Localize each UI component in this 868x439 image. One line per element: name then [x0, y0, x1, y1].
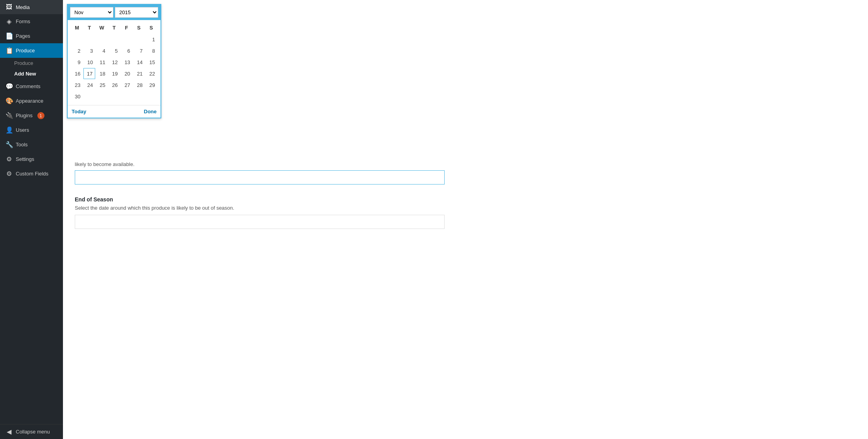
- day-of-week-label: T: [108, 23, 120, 32]
- sidebar-item-users[interactable]: 👤 Users: [0, 123, 63, 137]
- sidebar-item-produce[interactable]: 📋 Produce: [0, 43, 63, 58]
- sidebar-item-label: Plugins: [16, 113, 33, 118]
- calendar-day[interactable]: 7: [133, 45, 145, 56]
- calendar-day[interactable]: 20: [120, 68, 133, 79]
- calendar-day: [108, 34, 120, 45]
- calendar-day[interactable]: 29: [145, 79, 157, 90]
- custom-fields-icon: ⚙: [6, 170, 13, 177]
- comments-icon: 💬: [6, 83, 13, 90]
- calendar-day: [83, 91, 96, 102]
- calendar-day[interactable]: 28: [133, 79, 145, 90]
- calendar-day: [96, 34, 108, 45]
- sidebar-item-appearance[interactable]: 🎨 Appearance: [0, 94, 63, 108]
- start-date-input[interactable]: [75, 170, 445, 184]
- calendar-day[interactable]: 12: [108, 57, 120, 68]
- submenu-add-new[interactable]: Add New: [0, 68, 63, 79]
- sidebar-item-pages[interactable]: 📄 Pages: [0, 29, 63, 43]
- main-inner: JanFebMarAprMayJunJulAugSepOctNovDec 201…: [63, 0, 868, 439]
- calendar-day[interactable]: 16: [71, 68, 83, 79]
- today-button[interactable]: Today: [72, 109, 86, 114]
- calendar-day[interactable]: 18: [96, 68, 108, 79]
- day-of-week-label: S: [145, 23, 157, 32]
- calendar-day[interactable]: 24: [83, 79, 96, 90]
- submenu-produce[interactable]: Produce: [0, 58, 63, 68]
- end-season-label: End of Season: [75, 196, 856, 203]
- sidebar-item-label: Comments: [16, 83, 41, 89]
- calendar-day[interactable]: 23: [71, 79, 83, 90]
- calendar-day[interactable]: 21: [133, 68, 145, 79]
- collapse-menu[interactable]: ◀ Collapse menu: [0, 424, 63, 439]
- calendar-day: [83, 34, 96, 45]
- calendar-day[interactable]: 10: [83, 57, 96, 68]
- produce-submenu: Produce Add New: [0, 58, 63, 79]
- sidebar-item-comments[interactable]: 💬 Comments: [0, 79, 63, 94]
- hint-text: likely to become available.: [75, 161, 856, 167]
- sidebar-item-media[interactable]: 🖼 Media: [0, 0, 63, 14]
- calendar-day: [120, 34, 133, 45]
- calendar-day[interactable]: 4: [96, 45, 108, 56]
- settings-icon: ⚙: [6, 155, 13, 163]
- calendar-grid: MTWTFSS 12345678910111213141516171819202…: [68, 20, 161, 105]
- calendar-day[interactable]: 17: [83, 68, 96, 79]
- day-of-week-label: W: [96, 23, 108, 32]
- day-of-week-label: T: [83, 23, 95, 32]
- sidebar-item-forms[interactable]: ◈ Forms: [0, 14, 63, 29]
- calendar-day[interactable]: 30: [71, 91, 83, 102]
- sidebar-item-plugins[interactable]: 🔌 Plugins 1: [0, 108, 63, 123]
- calendar-header: JanFebMarAprMayJunJulAugSepOctNovDec 201…: [68, 5, 161, 20]
- calendar-day: [133, 91, 145, 102]
- sidebar-item-custom-fields[interactable]: ⚙ Custom Fields: [0, 166, 63, 181]
- start-season-section: likely to become available.: [75, 161, 856, 184]
- calendar-day[interactable]: 8: [145, 45, 157, 56]
- calendar-day: [108, 91, 120, 102]
- calendar-day[interactable]: 2: [71, 45, 83, 56]
- main-content: JanFebMarAprMayJunJulAugSepOctNovDec 201…: [63, 0, 868, 439]
- day-of-week-label: F: [120, 23, 133, 32]
- media-icon: 🖼: [6, 4, 13, 11]
- sidebar-item-label: Custom Fields: [16, 171, 48, 177]
- end-season-section: End of Season Select the date around whi…: [75, 196, 856, 229]
- calendar-day[interactable]: 14: [133, 57, 145, 68]
- sidebar-item-tools[interactable]: 🔧 Tools: [0, 137, 63, 152]
- calendar-popup: JanFebMarAprMayJunJulAugSepOctNovDec 201…: [67, 4, 161, 118]
- calendar-day[interactable]: 3: [83, 45, 96, 56]
- calendar-day[interactable]: 15: [145, 57, 157, 68]
- calendar-day[interactable]: 22: [145, 68, 157, 79]
- calendar-day[interactable]: 1: [145, 34, 157, 45]
- calendar-day[interactable]: 27: [120, 79, 133, 90]
- end-date-input[interactable]: [75, 215, 445, 229]
- calendar-day: [96, 91, 108, 102]
- sidebar-item-label: Forms: [16, 18, 30, 24]
- done-button[interactable]: Done: [144, 109, 157, 114]
- calendar-day[interactable]: 25: [96, 79, 108, 90]
- collapse-icon: ◀: [6, 428, 13, 435]
- calendar-footer: Today Done: [68, 105, 161, 118]
- day-of-week-label: S: [133, 23, 145, 32]
- sidebar-item-label: Produce: [16, 48, 35, 53]
- days-of-week: MTWTFSS: [71, 23, 157, 32]
- appearance-icon: 🎨: [6, 97, 13, 105]
- plugins-icon: 🔌: [6, 112, 13, 119]
- day-of-week-label: M: [71, 23, 83, 32]
- calendar-day[interactable]: 5: [108, 45, 120, 56]
- calendar-day[interactable]: 19: [108, 68, 120, 79]
- calendar-day: [145, 91, 157, 102]
- users-icon: 👤: [6, 126, 13, 134]
- calendar-day: [71, 34, 83, 45]
- year-select[interactable]: 20132014201520162017: [115, 7, 158, 18]
- sidebar-item-label: Tools: [16, 142, 28, 148]
- calendar-day[interactable]: 9: [71, 57, 83, 68]
- month-select[interactable]: JanFebMarAprMayJunJulAugSepOctNovDec: [70, 7, 113, 18]
- plugins-badge: 1: [37, 112, 44, 119]
- calendar-day[interactable]: 26: [108, 79, 120, 90]
- calendar-day[interactable]: 13: [120, 57, 133, 68]
- forms-icon: ◈: [6, 18, 13, 25]
- calendar-day[interactable]: 6: [120, 45, 133, 56]
- sidebar-item-label: Pages: [16, 33, 30, 39]
- produce-icon: 📋: [6, 47, 13, 54]
- calendar-day[interactable]: 11: [96, 57, 108, 68]
- sidebar-item-label: Settings: [16, 156, 34, 162]
- sidebar-item-settings[interactable]: ⚙ Settings: [0, 152, 63, 166]
- calendar-days: 1234567891011121314151617181920212223242…: [71, 34, 157, 102]
- sidebar-item-label: Media: [16, 4, 30, 10]
